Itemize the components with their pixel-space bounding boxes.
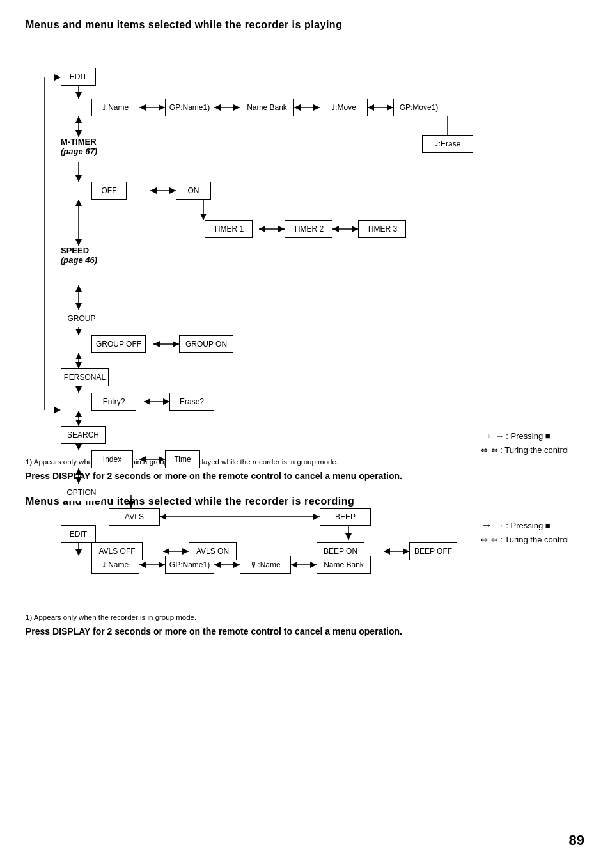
svg-marker-30 — [278, 226, 285, 232]
svg-marker-79 — [75, 549, 82, 556]
svg-marker-7 — [139, 104, 146, 111]
svg-marker-16 — [368, 104, 374, 111]
svg-marker-40 — [75, 285, 82, 292]
mic-name-box: 🎙:Name — [240, 556, 291, 574]
group-box: GROUP — [61, 310, 102, 327]
page-number: 89 — [569, 832, 584, 849]
svg-marker-9 — [233, 104, 240, 111]
footnote2: 1) Appears only when the recorder is in … — [26, 613, 584, 621]
svg-marker-33 — [352, 226, 358, 232]
legend-arrow-label: → : Pressing ■ — [496, 431, 551, 441]
svg-marker-52 — [163, 398, 169, 405]
press-display2: Press DISPLAY for 2 seconds or more on t… — [26, 625, 584, 638]
section1-title: Menus and menu items selected while the … — [26, 19, 584, 31]
section2-title: Menus and menu items selected while the … — [26, 496, 584, 507]
svg-marker-1 — [54, 74, 61, 81]
note-move-box: ♩:Move — [320, 99, 368, 116]
entry-box: Entry? — [91, 393, 136, 411]
edit-box2: EDIT — [61, 525, 96, 543]
gp-name-box2: GP:Name1) — [165, 556, 214, 574]
press-display1: Press DISPLAY for 2 seconds or more on t… — [26, 470, 584, 483]
svg-marker-50 — [75, 386, 82, 393]
svg-marker-12 — [313, 104, 320, 111]
gp-name-box: GP:Name1) — [165, 99, 214, 116]
svg-marker-37 — [75, 200, 82, 206]
edit-box: EDIT — [61, 68, 96, 86]
svg-marker-53 — [144, 398, 150, 405]
erase-box: Erase? — [169, 393, 214, 411]
svg-marker-34 — [332, 226, 339, 232]
option-box: OPTION — [61, 484, 102, 501]
svg-marker-36 — [75, 239, 82, 246]
note-name-box2: ♩:Name — [91, 556, 139, 574]
svg-marker-84 — [233, 562, 240, 568]
svg-marker-13 — [294, 104, 301, 111]
timer1-box: TIMER 1 — [205, 220, 253, 238]
gp-move-box: GP:Move1) — [393, 99, 444, 116]
svg-marker-55 — [75, 420, 82, 426]
svg-marker-58 — [75, 444, 82, 450]
svg-marker-28 — [200, 214, 207, 220]
page67-label: (page 67) — [61, 146, 97, 156]
svg-marker-85 — [214, 562, 221, 568]
time-box: Time — [165, 450, 200, 468]
off-box: OFF — [91, 182, 127, 200]
m-timer-label: M-TIMER — [61, 137, 97, 146]
diagram1: EDIT ♩:Name GP:Name1) Name Bank ♩:Move G… — [26, 42, 575, 452]
diagram2: → → : Pressing ■ ⇔ ⇔ : Turing the contro… — [26, 519, 575, 608]
group-off-box: GROUP OFF — [91, 335, 146, 353]
page46-label: (page 46) — [61, 255, 97, 265]
svg-marker-39 — [75, 303, 82, 310]
svg-marker-88 — [291, 562, 297, 568]
on-box: ON — [176, 182, 211, 200]
svg-marker-23 — [75, 175, 82, 182]
svg-marker-15 — [387, 104, 393, 111]
speed-label: SPEED — [61, 246, 89, 255]
svg-marker-2 — [54, 407, 61, 413]
svg-marker-25 — [169, 187, 176, 194]
timer2-box: TIMER 2 — [285, 220, 332, 238]
svg-marker-56 — [75, 411, 82, 417]
index-box: Index — [91, 450, 133, 468]
svg-marker-87 — [310, 562, 317, 568]
svg-marker-42 — [75, 329, 82, 335]
legend1: → → : Pressing ■ ⇔ ⇔ : Turing the contro… — [481, 429, 569, 455]
note-erase-box: ♩:Erase — [422, 135, 473, 153]
svg-marker-82 — [139, 562, 146, 568]
svg-marker-45 — [153, 341, 160, 347]
svg-marker-10 — [214, 104, 221, 111]
svg-marker-4 — [75, 92, 82, 99]
svg-marker-20 — [75, 130, 82, 137]
svg-marker-21 — [75, 116, 82, 123]
search-box: SEARCH — [61, 426, 106, 444]
legend-double-arrow-label: ⇔ : Turing the control — [491, 445, 569, 455]
svg-marker-44 — [173, 341, 179, 347]
svg-marker-81 — [159, 562, 165, 568]
group-on-box: GROUP ON — [179, 335, 233, 353]
note-name-box: ♩:Name — [91, 99, 139, 116]
svg-marker-26 — [150, 187, 157, 194]
name-bank-box2: Name Bank — [317, 556, 371, 574]
svg-marker-31 — [259, 226, 265, 232]
name-bank-box: Name Bank — [240, 99, 294, 116]
svg-marker-48 — [75, 353, 82, 359]
svg-marker-47 — [75, 362, 82, 368]
timer3-box: TIMER 3 — [358, 220, 406, 238]
personal-box: PERSONAL — [61, 368, 109, 386]
svg-marker-6 — [159, 104, 165, 111]
